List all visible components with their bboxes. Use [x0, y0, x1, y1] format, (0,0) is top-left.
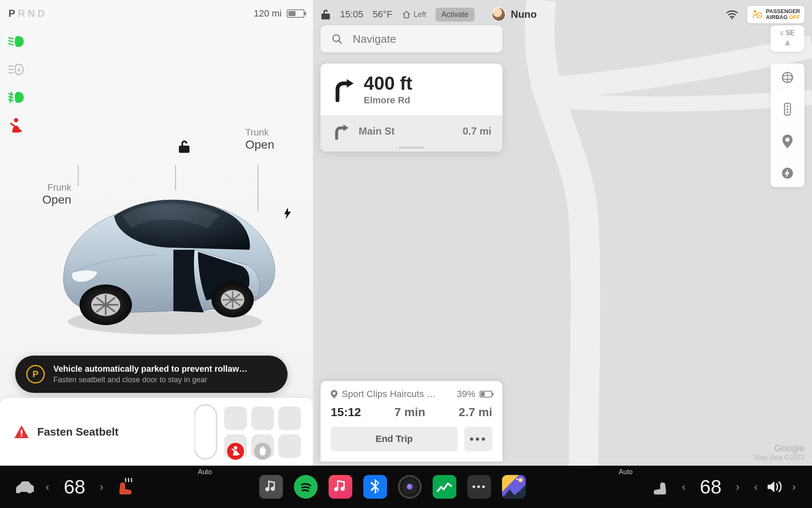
arrival-soc: 39% [457, 389, 475, 400]
destination-name: Sport Clips Haircuts … [342, 389, 453, 400]
nav-search[interactable]: Navigate [321, 25, 502, 52]
trip-more-button[interactable]: ••• [464, 427, 492, 451]
volume-up[interactable]: › [788, 480, 800, 494]
climate-auto-left-label: Auto [198, 468, 212, 476]
seatbelt-card-text: Fasten Seatbelt [37, 425, 118, 439]
eta-distance: 2.7 mi [459, 406, 492, 419]
airbag-badge: ✶ PASSENGERAIRBAG OFF [747, 6, 804, 23]
car-controls-button[interactable] [12, 475, 36, 499]
svg-point-44 [754, 10, 756, 13]
seatbelt-card[interactable]: Fasten Seatbelt [0, 398, 313, 466]
arrival-battery-icon [480, 391, 492, 398]
temp-right[interactable]: 68 [696, 475, 726, 498]
app-more[interactable]: ••• [467, 475, 491, 499]
unlock-icon[interactable] [178, 140, 190, 154]
app-energy[interactable] [433, 475, 456, 499]
svg-point-47 [333, 35, 340, 41]
map-chargers-button[interactable] [781, 167, 794, 179]
end-trip-button[interactable]: End Trip [331, 427, 458, 451]
trunk-state: Open [245, 138, 274, 152]
charge-bolt-icon [283, 207, 292, 219]
map-satellite-button[interactable] [781, 71, 794, 84]
app-dashcam[interactable] [398, 475, 422, 499]
eta-duration: 7 min [395, 406, 425, 419]
pin-icon [331, 390, 337, 398]
app-spotify[interactable] [294, 475, 318, 499]
compass[interactable]: ESE ▲ [771, 25, 804, 52]
turn-right-icon [332, 77, 354, 102]
svg-text:✶: ✶ [758, 14, 760, 17]
map-traffic-button[interactable] [783, 102, 792, 116]
gear-d: D [38, 8, 45, 19]
wifi-icon[interactable] [726, 10, 738, 19]
gear-p: P [8, 8, 15, 19]
driver-profile[interactable]: Nuno [491, 7, 537, 22]
battery-icon[interactable] [287, 9, 304, 18]
seatbelt-warning-icon [8, 118, 25, 133]
svg-point-58 [516, 478, 518, 480]
gear-selector: PRND [8, 8, 47, 19]
temp-right-up[interactable]: › [732, 480, 744, 494]
trunk-callout[interactable]: Trunk Open [245, 127, 274, 152]
temp-right-down[interactable]: ‹ [678, 480, 690, 494]
volume-down[interactable]: ‹ [750, 480, 762, 494]
app-music[interactable] [259, 475, 283, 499]
gear-r: R [18, 8, 25, 19]
temp-left-up[interactable]: › [96, 480, 108, 494]
svg-rect-37 [278, 434, 301, 458]
lock-toggle-icon[interactable] [321, 8, 331, 20]
alert-subtitle: Fasten seatbelt and close door to stay i… [53, 375, 247, 384]
temp-left[interactable]: 68 [60, 475, 90, 498]
bottom-bar: Auto Auto ‹ 68 › ••• ‹ 68 › ‹ [0, 466, 812, 508]
range-remaining: 120 mi [254, 8, 282, 19]
svg-line-2 [8, 44, 14, 45]
driver-name: Nuno [511, 8, 537, 20]
alert-title: Vehicle automatically parked to prevent … [53, 364, 247, 374]
svg-point-39 [234, 446, 237, 450]
eta-time: 15:12 [331, 406, 361, 419]
seat-heat-right-button[interactable] [648, 475, 672, 499]
svg-rect-31 [195, 405, 217, 459]
svg-point-11 [14, 118, 18, 122]
svg-rect-34 [278, 406, 301, 430]
turn-right-small-icon [332, 123, 349, 140]
activate-button[interactable]: Activate [436, 8, 475, 22]
app-bluetooth[interactable] [363, 475, 387, 499]
map-center-button[interactable] [782, 135, 793, 148]
nav-search-placeholder: Navigate [353, 33, 396, 46]
park-alert[interactable]: P Vehicle automatically parked to preven… [15, 356, 288, 393]
seat-occupancy-map [195, 402, 304, 461]
destination-card[interactable]: Sport Clips Haircuts … 39% 15:12 7 min 2… [321, 381, 502, 461]
svg-rect-29 [21, 430, 22, 434]
homelink[interactable]: Left [402, 10, 426, 19]
climate-auto-right-label: Auto [619, 468, 633, 476]
volume-button[interactable] [768, 480, 782, 493]
turn-secondary: Main St 0.7 mi [321, 115, 502, 147]
svg-point-54 [787, 108, 788, 110]
turn-card-handle[interactable] [321, 147, 502, 152]
seat-heat-left-button[interactable] [114, 475, 137, 499]
telltale-column: A [8, 34, 25, 133]
status-bar-left: PRND 120 mi [8, 8, 304, 19]
temp-left-down[interactable]: ‹ [41, 480, 54, 494]
map-pane[interactable]: 15:05 56°F Left Activate Nuno ✶ PASSENG [313, 0, 812, 466]
park-badge-icon: P [26, 365, 45, 384]
avatar-icon [491, 7, 506, 22]
auto-high-beam-icon: A [8, 62, 25, 77]
app-tray: ••• [259, 475, 526, 499]
status-bar-right: 15:05 56°F Left Activate Nuno ✶ PASSENG [321, 6, 804, 23]
clock: 15:05 [340, 9, 363, 20]
north-arrow-icon: ▲ [783, 37, 792, 48]
turn-card[interactable]: 400 ft Elmore Rd Main St 0.7 mi [321, 64, 502, 152]
vehicle-pane: PRND 120 mi A [0, 0, 313, 466]
svg-rect-32 [224, 406, 247, 430]
svg-point-57 [518, 478, 523, 482]
turn-road: Elmore Rd [364, 95, 412, 106]
svg-text:A: A [17, 67, 21, 72]
svg-line-0 [8, 38, 14, 39]
trunk-label: Trunk [245, 127, 269, 138]
search-icon [332, 33, 343, 44]
app-theater[interactable] [502, 475, 526, 499]
app-apple-music[interactable] [329, 475, 352, 499]
map-attribution: Google Map data ©2023 [754, 443, 804, 461]
